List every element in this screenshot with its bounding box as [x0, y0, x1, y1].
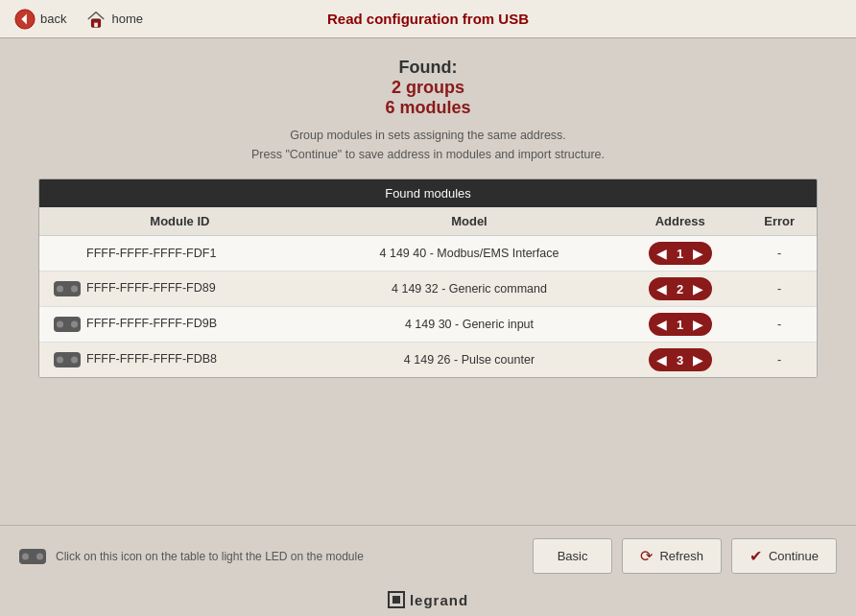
cell-module-id: FFFF-FFFF-FFFF-FD9B	[39, 307, 321, 343]
found-section: Found: 2 groups 6 modules Group modules …	[29, 58, 827, 164]
found-modules: 6 modules	[29, 98, 827, 118]
table-header-row: Module ID Model Address Error	[39, 207, 817, 236]
main-content: Found: 2 groups 6 modules Group modules …	[0, 38, 856, 397]
hint-module-icon	[19, 549, 46, 564]
col-error: Error	[742, 207, 817, 236]
cell-model: 4 149 40 - Modbus/EMS Interface	[321, 236, 618, 272]
back-icon	[14, 9, 36, 30]
footer-hint: Click on this icon on the table to light…	[19, 549, 364, 564]
address-value: 3	[672, 353, 689, 367]
module-id-text: FFFF-FFFF-FFFF-FD9B	[86, 317, 217, 330]
address-value: 1	[672, 247, 689, 261]
address-decrement-button[interactable]: ◀	[653, 315, 672, 334]
table-section-header: Found modules	[39, 179, 817, 207]
legrand-logo: legrand	[0, 586, 856, 616]
cell-model: 4 149 30 - Generic input	[321, 307, 618, 343]
cell-model: 4 149 32 - Generic command	[321, 272, 618, 307]
svg-rect-5	[392, 596, 400, 604]
table-row: FFFF-FFFF-FFFF-FDB84 149 26 - Pulse coun…	[39, 343, 817, 378]
col-address: Address	[618, 207, 742, 236]
table-row: FFFF-FFFF-FFFF-FD894 149 32 - Generic co…	[39, 272, 817, 307]
checkmark-icon: ✔	[749, 547, 762, 565]
led-icon[interactable]	[54, 281, 81, 296]
cell-module-id: FFFF-FFFF-FFFF-FDB8	[39, 343, 321, 378]
address-stepper: ◀3▶	[649, 348, 712, 371]
cell-model: 4 149 26 - Pulse counter	[321, 343, 618, 378]
back-button[interactable]: back	[14, 9, 66, 30]
cell-error: -	[742, 272, 817, 307]
found-description: Group modules in sets assigning the same…	[29, 126, 827, 164]
address-increment-button[interactable]: ▶	[689, 244, 708, 263]
address-increment-button[interactable]: ▶	[689, 350, 708, 369]
modules-table-container: Found modules Module ID Model Address Er…	[38, 178, 818, 378]
header: back home Read configuration from USB	[0, 0, 856, 38]
table-row: FFFF-FFFF-FFFF-FDF14 149 40 - Modbus/EMS…	[39, 236, 817, 272]
led-icon[interactable]	[54, 317, 81, 332]
col-module-id: Module ID	[39, 207, 321, 236]
refresh-icon: ⟳	[640, 547, 653, 565]
module-id-text: FFFF-FFFF-FFFF-FDF1	[86, 247, 216, 260]
address-stepper: ◀1▶	[649, 313, 712, 336]
module-id-text: FFFF-FFFF-FFFF-FDB8	[86, 352, 217, 366]
home-button[interactable]: home	[85, 9, 143, 30]
address-increment-button[interactable]: ▶	[689, 279, 708, 298]
cell-module-id: FFFF-FFFF-FFFF-FD89	[39, 272, 321, 307]
modules-table: Module ID Model Address Error FFFF-FFFF-…	[39, 207, 817, 377]
address-value: 2	[672, 282, 689, 296]
basic-button[interactable]: Basic	[533, 538, 613, 574]
col-model: Model	[321, 207, 618, 236]
address-decrement-button[interactable]: ◀	[653, 279, 672, 298]
continue-label: Continue	[769, 549, 819, 563]
address-value: 1	[672, 318, 689, 332]
address-increment-button[interactable]: ▶	[689, 315, 708, 334]
address-decrement-button[interactable]: ◀	[653, 244, 672, 263]
refresh-button[interactable]: ⟳ Refresh	[622, 538, 722, 574]
footer-actions: Click on this icon on the table to light…	[0, 526, 856, 586]
hint-text: Click on this icon on the table to light…	[56, 550, 364, 563]
address-stepper: ◀1▶	[649, 242, 712, 265]
page-title: Read configuration from USB	[327, 11, 529, 27]
cell-address: ◀1▶	[618, 236, 742, 272]
found-title: Found:	[29, 58, 827, 78]
svg-rect-3	[95, 22, 99, 27]
legrand-logo-icon	[388, 591, 405, 608]
led-icon[interactable]	[54, 352, 81, 367]
cell-error: -	[742, 307, 817, 343]
cell-address: ◀1▶	[618, 307, 742, 343]
found-groups: 2 groups	[29, 78, 827, 98]
continue-button[interactable]: ✔ Continue	[731, 538, 837, 574]
footer-buttons: Basic ⟳ Refresh ✔ Continue	[533, 538, 837, 574]
address-decrement-button[interactable]: ◀	[653, 350, 672, 369]
cell-module-id: FFFF-FFFF-FFFF-FDF1	[39, 236, 321, 272]
cell-error: -	[742, 343, 817, 378]
cell-address: ◀2▶	[618, 272, 742, 307]
refresh-label: Refresh	[659, 549, 703, 563]
address-stepper: ◀2▶	[649, 277, 712, 300]
module-id-text: FFFF-FFFF-FFFF-FD89	[86, 281, 216, 295]
home-icon	[85, 9, 107, 30]
cell-error: -	[742, 236, 817, 272]
footer: Click on this icon on the table to light…	[0, 525, 856, 616]
cell-address: ◀3▶	[618, 343, 742, 378]
table-row: FFFF-FFFF-FFFF-FD9B4 149 30 - Generic in…	[39, 307, 817, 343]
